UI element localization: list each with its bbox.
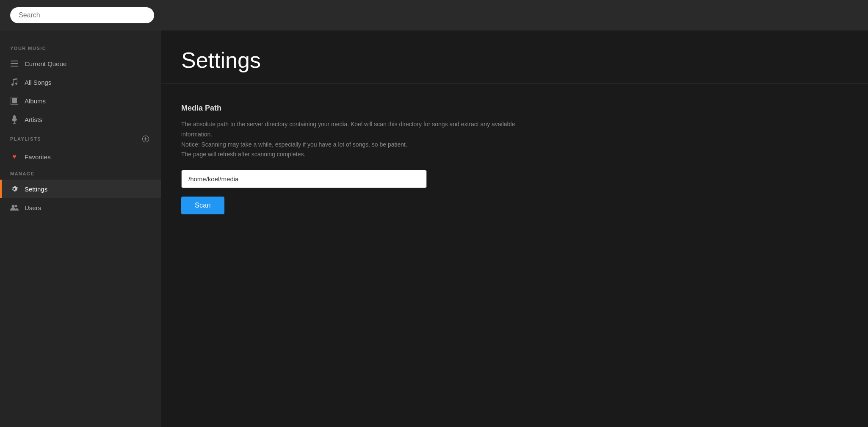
users-icon [10, 203, 19, 212]
sidebar-item-label: Settings [25, 186, 47, 193]
svg-rect-0 [11, 61, 18, 61]
sidebar-item-users[interactable]: Users [0, 198, 161, 217]
playlists-header: PLAYLISTS [0, 129, 161, 147]
sidebar-item-albums[interactable]: Albums [0, 92, 161, 110]
desc-line1: The absolute path to the server director… [181, 121, 515, 138]
sidebar-item-settings[interactable]: Settings [0, 180, 161, 198]
media-path-input[interactable] [181, 170, 427, 188]
svg-rect-2 [11, 66, 18, 67]
media-path-title: Media Path [181, 104, 848, 113]
album-icon [10, 97, 19, 105]
page-header: Settings [161, 30, 868, 83]
svg-point-12 [15, 205, 17, 207]
heart-icon: ♥ [10, 152, 19, 161]
sidebar-item-all-songs[interactable]: All Songs [0, 73, 161, 92]
main-layout: YOUR MUSIC Current Queue All Songs [0, 30, 868, 427]
sidebar-item-label: Current Queue [25, 60, 66, 67]
topbar [0, 0, 868, 30]
microphone-icon [10, 115, 19, 124]
gear-icon [10, 185, 19, 193]
sidebar-item-label: All Songs [25, 79, 51, 86]
sidebar-item-label: Users [25, 204, 41, 211]
sidebar-item-current-queue[interactable]: Current Queue [0, 54, 161, 73]
scan-button[interactable]: Scan [181, 197, 224, 214]
sidebar-item-label: Favorites [25, 153, 51, 161]
desc-line3: The page will refresh after scanning com… [181, 151, 305, 158]
add-playlist-button[interactable] [141, 134, 151, 144]
sidebar: YOUR MUSIC Current Queue All Songs [0, 30, 161, 427]
sidebar-item-label: Albums [25, 97, 46, 105]
content-area: Settings Media Path The absolute path to… [161, 30, 868, 427]
music-note-icon [10, 78, 19, 86]
sidebar-item-artists[interactable]: Artists [0, 110, 161, 129]
desc-line2: Notice: Scanning may take a while, espec… [181, 141, 407, 148]
queue-icon [10, 59, 19, 68]
media-path-section: Media Path The absolute path to the serv… [181, 104, 848, 214]
search-input[interactable] [10, 7, 154, 23]
svg-rect-4 [12, 98, 17, 103]
playlists-section-label: PLAYLISTS [10, 136, 41, 141]
svg-rect-1 [11, 63, 18, 64]
page-title: Settings [181, 47, 848, 73]
your-music-section-label: YOUR MUSIC [0, 41, 161, 54]
sidebar-item-favorites[interactable]: ♥ Favorites [0, 147, 161, 166]
manage-section-label: MANAGE [0, 166, 161, 180]
svg-point-11 [12, 205, 15, 208]
media-path-description: The absolute path to the server director… [181, 119, 528, 160]
page-body: Media Path The absolute path to the serv… [161, 83, 868, 235]
sidebar-item-label: Artists [25, 116, 42, 123]
